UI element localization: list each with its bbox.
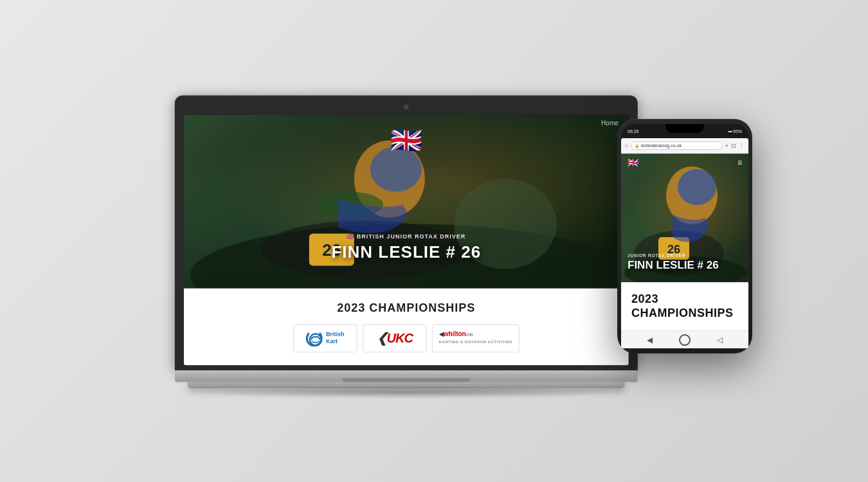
laptop-uk-flag: 🇬🇧 [390,127,422,153]
laptop-base [175,370,638,382]
phone-more-icon[interactable]: ⋮ [739,143,745,149]
laptop-hero-title: FINN LESLIE # 26 [331,242,481,262]
laptop-camera [404,104,409,109]
phone-browser-home-icon[interactable]: ⌂ [625,143,628,148]
phone-bottom-nav: ◀ ◁ [621,330,748,348]
phone-browser-bar: ⌂ 🔒 innleslieracing.co.uk + ⊡ ⋮ [621,138,748,154]
laptop-hero-text-block: 🇬🇧 British Junior Rotax Driver FINN LESL… [331,233,481,262]
bk-circle-icon [306,330,323,346]
phone-url-text: innleslieracing.co.uk [641,143,682,148]
phone-uk-flag: 🇬🇧 [628,157,638,168]
laptop-bezel: 26 🇬🇧 Home 🇬🇧 [175,95,638,370]
phone-hero: 26 🇬🇧 ≡ Junior Rotax Driver FINN LESLIE … [621,154,748,282]
ukc-logo-box[interactable]: ❮UKC [363,324,427,352]
phone-forward-button[interactable]: ◁ [717,335,723,344]
main-scene: 26 🇬🇧 Home 🇬🇧 [0,0,868,482]
phone-share-icon[interactable]: ⊡ [731,143,736,149]
phone-menu-icon[interactable]: ≡ [737,159,742,166]
phone-time: 06:26 [628,129,639,134]
phone-notch [665,124,704,133]
laptop-nav: Home [601,120,619,127]
phone-championships-heading: 2023 CHAMPIONSHIPS [631,292,738,320]
phone-notch-area: 06:26 ●●● 95% [621,124,748,138]
laptop-shadow [188,386,625,398]
phone-device: 06:26 ●●● 95% ⌂ 🔒 innleslieracing.co.uk … [617,119,752,353]
british-kart-text: BritishKart [326,331,345,345]
phone-screen: ⌂ 🔒 innleslieracing.co.uk + ⊡ ⋮ [621,138,748,348]
phone-hero-title: FINN LESLIE # 26 [628,260,719,272]
phone-back-button[interactable]: ◀ [647,335,653,344]
phone-url-bar[interactable]: 🔒 innleslieracing.co.uk [631,141,723,150]
laptop-nav-home[interactable]: Home [601,120,619,127]
phone-battery: 95% [733,129,742,134]
phone-championships-line1: 2023 [631,292,658,305]
phone-browser-actions: + ⊡ ⋮ [725,143,745,149]
laptop-device: 26 🇬🇧 Home 🇬🇧 [175,95,638,398]
phone-signal: ●●● [728,129,732,133]
laptop-hero: 26 🇬🇧 Home 🇬🇧 [184,114,629,288]
laptop-hero-subtitle: 🇬🇧 British Junior Rotax Driver [331,233,481,240]
phone-url-lock-icon: 🔒 [635,143,639,148]
laptop-sponsors-logos: BritishKart ❮UKC ◀whiltonmil [293,324,520,352]
phone-outer-body: 06:26 ●●● 95% ⌂ 🔒 innleslieracing.co.uk … [617,119,752,353]
phone-hero-text-block: Junior Rotax Driver FINN LESLIE # 26 [628,253,719,272]
svg-point-12 [678,169,716,205]
phone-lower-section: 2023 CHAMPIONSHIPS [621,282,748,330]
phone-home-button[interactable] [679,334,691,346]
laptop-lower-section: 2023 CHAMPIONSHIPS [184,288,629,365]
whilton-mill-logo-box[interactable]: ◀whiltonmill KARTING & OUTDOOR ACTIVITIE… [432,324,520,352]
phone-championships-line2: CHAMPIONSHIPS [631,307,734,319]
laptop-championships-heading: 2023 CHAMPIONSHIPS [337,301,475,315]
phone-add-tab-icon[interactable]: + [725,143,728,149]
british-kart-logo: BritishKart [306,330,345,346]
phone-nav-bar: 🇬🇧 ≡ [621,157,748,168]
whilton-mill-logo: ◀whiltonmill KARTING & OUTDOOR ACTIVITIE… [439,330,512,346]
ukc-logo: ❮UKC [377,330,413,346]
laptop-screen: 26 🇬🇧 Home 🇬🇧 [184,114,629,365]
phone-hero-subtitle: Junior Rotax Driver [628,253,719,258]
phone-status-right: ●●● 95% [728,129,742,134]
british-kart-logo-box[interactable]: BritishKart [293,324,357,352]
